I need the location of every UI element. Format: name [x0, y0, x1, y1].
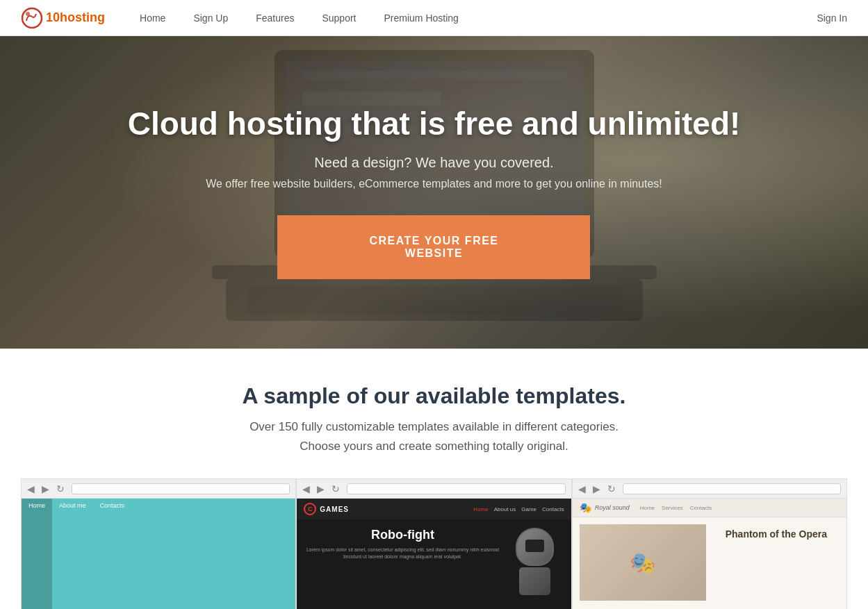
opera-nav-links: Home Services Contacts — [640, 505, 712, 511]
templates-title: A sample of our available templates. — [21, 383, 847, 409]
birthday-template-body: Home About me Contacts Birthday invitati… — [22, 499, 295, 609]
hero-subtitle: Need a design? We have you covered. — [128, 155, 741, 171]
template-birthday[interactable]: ◀ ▶ ↻ Home About me Contacts — [21, 478, 296, 609]
opera-heading: Phantom of the Opera — [716, 528, 836, 540]
browser-back-2: ◀ — [302, 483, 310, 494]
cta-button[interactable]: CREATE YOUR FREE WEBSITE — [277, 215, 590, 279]
robot-figure — [507, 528, 563, 604]
nav-home[interactable]: Home — [140, 12, 165, 24]
opera-nav-services[interactable]: Services — [662, 505, 683, 511]
birthday-nav-home[interactable]: Home — [22, 499, 52, 609]
browser-url-1 — [72, 483, 290, 494]
opera-nav-home[interactable]: Home — [640, 505, 655, 511]
robot-body — [519, 567, 550, 595]
birthday-nav-contacts[interactable]: Contacts — [93, 499, 132, 609]
nav-signup[interactable]: Sign Up — [193, 12, 228, 24]
browser-refresh-3: ↻ — [607, 483, 616, 494]
games-template-body: C GAMES Home About us Game Contacts Robo… — [297, 499, 571, 609]
opera-nav: 🎭 Royal sound Home Services Contacts — [573, 499, 846, 517]
robot-helmet — [516, 528, 554, 566]
games-heading: Robo-fight — [305, 528, 500, 542]
games-nav-links: Home About us Game Contacts — [473, 506, 564, 512]
svg-rect-8 — [302, 92, 441, 106]
browser-back-1: ◀ — [27, 483, 35, 494]
opera-text: Phantom of the Opera — [713, 524, 840, 601]
svg-point-0 — [22, 8, 42, 28]
template-games[interactable]: ◀ ▶ ↻ C GAMES Home About us Game Contact… — [296, 478, 571, 609]
browser-bar-3: ◀ ▶ ↻ — [573, 479, 846, 499]
templates-row: ◀ ▶ ↻ Home About me Contacts — [21, 478, 847, 609]
browser-fwd-2: ▶ — [317, 483, 325, 494]
browser-bar-1: ◀ ▶ ↻ — [22, 479, 295, 499]
svg-rect-6 — [247, 286, 622, 314]
browser-fwd-3: ▶ — [593, 483, 600, 494]
logo-text: 10hosting — [46, 10, 105, 25]
browser-url-2 — [347, 483, 565, 494]
birthday-nav: Home About me Contacts — [22, 499, 295, 609]
hero-title: Cloud hosting that is free and unlimited… — [128, 106, 741, 142]
template-opera[interactable]: ◀ ▶ ↻ 🎭 Royal sound Home Services Contac… — [572, 478, 847, 609]
browser-back-3: ◀ — [578, 483, 586, 494]
signin-link[interactable]: Sign In — [817, 12, 847, 24]
opera-logo: 🎭 Royal sound — [580, 502, 630, 513]
templates-section: A sample of our available templates. Ove… — [0, 349, 868, 609]
browser-refresh-1: ↻ — [56, 483, 65, 494]
games-logo-text: GAMES — [320, 506, 349, 513]
browser-refresh-2: ↻ — [331, 483, 340, 494]
games-nav-home[interactable]: Home — [473, 506, 488, 512]
opera-template-body: 🎭 Royal sound Home Services Contacts 🎭 P… — [573, 499, 846, 609]
opera-masks-decoration: 🎭 — [630, 551, 655, 575]
navbar: 10hosting Home Sign Up Features Support … — [0, 0, 868, 36]
browser-bar-2: ◀ ▶ ↻ — [297, 479, 571, 499]
games-body-text: Robo-fight Lorem ipsum dolor sit amet, c… — [305, 528, 500, 560]
games-nav-game[interactable]: Game — [521, 506, 537, 512]
games-nav-about[interactable]: About us — [494, 506, 516, 512]
games-nav-contacts[interactable]: Contacts — [542, 506, 564, 512]
hero-content: Cloud hosting that is free and unlimited… — [86, 106, 783, 279]
games-logo-icon: C — [304, 503, 316, 515]
birthday-nav-about[interactable]: About me — [52, 499, 93, 609]
opera-nav-contacts[interactable]: Contacts — [690, 505, 712, 511]
robot-visor — [525, 540, 544, 552]
svg-rect-7 — [302, 71, 566, 79]
templates-subtitle1: Over 150 fully customizable templates av… — [21, 420, 847, 434]
svg-point-1 — [26, 12, 30, 16]
games-logo: C GAMES — [304, 503, 349, 515]
games-body: Robo-fight Lorem ipsum dolor sit amet, c… — [297, 519, 571, 609]
templates-subtitle2: Choose yours and create something totall… — [21, 440, 847, 453]
browser-fwd-1: ▶ — [42, 483, 49, 494]
hero-description: We offer free website builders, eCommerc… — [128, 178, 741, 190]
logo-icon — [21, 7, 43, 29]
games-desc: Lorem ipsum dolor sit amet, consectetur … — [305, 547, 500, 560]
browser-url-3 — [623, 483, 841, 494]
nav-links: Home Sign Up Features Support Premium Ho… — [140, 12, 817, 24]
opera-mask-icon: 🎭 — [580, 502, 591, 513]
games-nav: C GAMES Home About us Game Contacts — [297, 499, 571, 519]
logo-link[interactable]: 10hosting — [21, 7, 105, 29]
opera-body: 🎭 Phantom of the Opera — [573, 517, 846, 608]
opera-logo-text: Royal sound — [595, 504, 630, 511]
nav-features[interactable]: Features — [256, 12, 294, 24]
opera-image: 🎭 — [580, 524, 706, 601]
nav-premium[interactable]: Premium Hosting — [384, 12, 459, 24]
hero-section: Cloud hosting that is free and unlimited… — [0, 36, 868, 349]
nav-support[interactable]: Support — [322, 12, 356, 24]
